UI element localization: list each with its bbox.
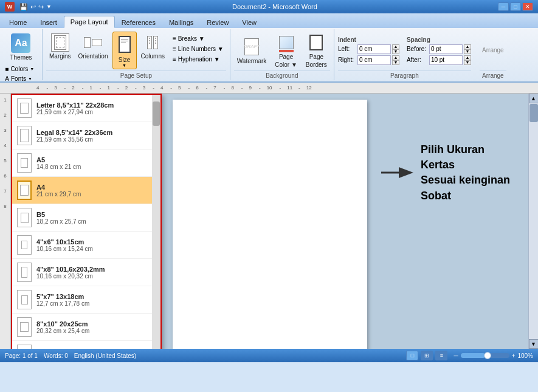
fonts-icon: A [5, 75, 9, 82]
l89-icon [17, 345, 32, 349]
zoom-out[interactable]: ─ [454, 352, 458, 359]
size-5x7[interactable]: 5"x7" 13x18cm 12,7 cm x 17,78 cm [12, 286, 160, 314]
legal-name: Legal 8,5"x14" 22x36cm [36, 129, 112, 136]
web-layout-btn[interactable]: ≡ [435, 351, 447, 360]
size-b5[interactable]: B5 18,2 cm x 25,7 cm [12, 204, 160, 232]
indent-right-up[interactable]: ▲ [392, 55, 399, 60]
8x10-size: 20,32 cm x 25,4 cm [36, 328, 89, 334]
window-title: Document2 - Microsoft Word [232, 3, 317, 10]
zoom-in[interactable]: + [512, 352, 516, 359]
zoom-controls: ─ + 100% [454, 352, 533, 359]
size-a5[interactable]: A5 14,8 cm x 21 cm [12, 150, 160, 177]
indent-left-up[interactable]: ▲ [392, 44, 399, 49]
indent-left-input[interactable] [357, 44, 391, 54]
dropdown-scrollbar[interactable] [152, 95, 160, 349]
indent-left-down[interactable]: ▼ [392, 49, 399, 54]
tab-insert[interactable]: Insert [33, 16, 64, 28]
tab-home[interactable]: Home [2, 16, 33, 28]
letter-icon [17, 98, 32, 118]
hyphenation-button[interactable]: ≡ Hyphenation ▼ [170, 55, 226, 64]
themes-group: Aa Themes ■ Colors ▼ A Fonts ▼ ◉ Effects… [0, 29, 43, 80]
orientation-label: Orientation [78, 53, 108, 60]
spacing-before-input[interactable] [429, 44, 463, 54]
orientation-button[interactable]: Orientation [75, 32, 111, 61]
print-layout-btn[interactable]: □ [406, 351, 418, 360]
word-icon: W [5, 2, 15, 12]
8x10-text: 8"x10" 20x25cm 20,32 cm x 25,4 cm [36, 320, 89, 334]
colors-swatch: ■ [5, 66, 9, 72]
spacing-label: Spacing [407, 36, 471, 43]
view-buttons: □ ⊞ ≡ [406, 351, 447, 360]
size-4x6[interactable]: 4"x6" 10x15cm 10,16 cm x 15,24 cm [12, 232, 160, 259]
document-page [173, 100, 367, 349]
size-4x8[interactable]: 4"x8" 101,6x203,2mm 10,16 cm x 20,32 cm [12, 259, 160, 286]
indent-section: Indent Left: ▲ ▼ Right: ▲ ▼ [338, 36, 399, 65]
spacing-after-up[interactable]: ▲ [464, 55, 471, 60]
indent-right-input[interactable] [357, 55, 391, 65]
size-letter[interactable]: Letter 8,5"x11" 22x28cm 21,59 cm x 27,94… [12, 95, 160, 122]
watermark-button[interactable]: DRAFT Watermark [234, 35, 270, 66]
colors-arrow: ▼ [30, 67, 34, 71]
full-screen-btn[interactable]: ⊞ [421, 351, 433, 360]
page-color-label2: Color ▼ [275, 61, 297, 68]
vertical-scrollbar[interactable]: ▲ ▼ [528, 94, 538, 349]
columns-button[interactable]: Columns [138, 32, 168, 61]
scroll-track [529, 103, 539, 339]
l89-name: L 89x127mm [36, 348, 83, 349]
size-8x10[interactable]: 8"x10" 20x25cm 20,32 cm x 25,4 cm [12, 314, 160, 341]
paragraph-content: Indent Left: ▲ ▼ Right: ▲ ▼ [338, 30, 471, 70]
a5-text: A5 14,8 cm x 21 cm [36, 156, 81, 170]
line-numbers-button[interactable]: ≡ Line Numbers ▼ [170, 44, 226, 53]
zoom-slider[interactable] [461, 353, 509, 358]
background-group-label: Background [234, 70, 330, 79]
b5-size: 18,2 cm x 25,7 cm [36, 218, 86, 225]
callout-text: Pilih Ukuran Kertas Sesuai keinginan Sob… [421, 142, 510, 204]
tab-mailings[interactable]: Mailings [162, 16, 200, 28]
themes-button[interactable]: Aa Themes [5, 31, 36, 63]
colors-button[interactable]: ■ Colors ▼ [2, 64, 39, 74]
quick-dropdown[interactable]: ▼ [46, 4, 52, 10]
page-info: Page: 1 of 1 [5, 352, 38, 359]
a5-icon [17, 153, 32, 173]
size-arrow: ▼ [122, 63, 126, 67]
words-info: Words: 0 [44, 352, 68, 359]
size-legal[interactable]: Legal 8,5"x14" 22x36cm 21,59 cm x 35,56 … [12, 122, 160, 150]
spacing-before-row: Before: ▲ ▼ [407, 44, 471, 54]
tab-view[interactable]: View [235, 16, 263, 28]
tab-page-layout[interactable]: Page Layout [64, 16, 115, 28]
fonts-label: Fonts [11, 75, 26, 82]
scroll-down-button[interactable]: ▼ [529, 339, 539, 349]
page-color-button[interactable]: Page Color ▼ [272, 31, 300, 70]
page-borders-button[interactable]: Page Borders [303, 31, 330, 70]
a4-text: A4 21 cm x 29,7 cm [36, 184, 81, 198]
spacing-before-up[interactable]: ▲ [464, 44, 471, 49]
scroll-up-button[interactable]: ▲ [529, 94, 539, 103]
4x8-size: 10,16 cm x 20,32 cm [36, 273, 105, 280]
page-color-icon [277, 33, 295, 52]
size-button[interactable]: Size ▼ [112, 32, 137, 69]
tab-references[interactable]: References [115, 16, 162, 28]
quick-save[interactable]: 💾 [19, 3, 28, 11]
4x8-name: 4"x8" 101,6x203,2mm [36, 266, 105, 273]
spacing-before-down[interactable]: ▼ [464, 49, 471, 54]
margins-button[interactable]: Margins [46, 32, 74, 61]
fonts-button[interactable]: A Fonts ▼ [2, 74, 39, 83]
breaks-button[interactable]: ≡ Breaks ▼ [170, 34, 226, 43]
legal-size: 21,59 cm x 35,56 cm [36, 136, 112, 143]
indent-right-down[interactable]: ▼ [392, 60, 399, 65]
maximize-button[interactable]: □ [510, 2, 521, 11]
quick-undo[interactable]: ↩ [30, 3, 36, 11]
quick-redo[interactable]: ↪ [38, 3, 44, 11]
scroll-thumb[interactable] [529, 104, 538, 122]
columns-label: Columns [141, 53, 165, 60]
size-a4[interactable]: A4 21 cm x 29,7 cm [12, 177, 160, 204]
a4-size: 21 cm x 29,7 cm [36, 191, 81, 198]
size-l89[interactable]: L 89x127mm 8,9 cm x 12,7 cm [12, 341, 160, 349]
tab-review[interactable]: Review [200, 16, 235, 28]
minimize-button[interactable]: ─ [498, 2, 509, 11]
spacing-after-input[interactable] [429, 55, 463, 65]
b5-icon [17, 208, 32, 227]
close-button[interactable]: ✕ [522, 2, 533, 11]
page-setup-label: Page Setup [46, 70, 226, 79]
spacing-after-down[interactable]: ▼ [464, 60, 471, 65]
